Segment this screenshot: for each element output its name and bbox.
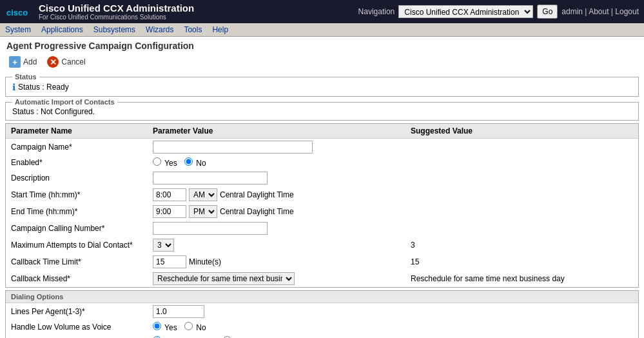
value-description xyxy=(148,170,405,186)
status-text: Status : Ready xyxy=(18,83,69,92)
go-button[interactable]: Go xyxy=(537,5,558,19)
value-low-volume: Yes No xyxy=(148,320,405,334)
description-input[interactable] xyxy=(153,172,268,184)
nav-subsystems[interactable]: Subsystems xyxy=(93,25,135,34)
form-table: Parameter Name Parameter Value Suggested… xyxy=(6,124,638,287)
about-link[interactable]: About xyxy=(589,7,609,16)
row-callback-time: Callback Time Limit* Minute(s) 15 xyxy=(6,254,638,270)
param-lines-per-agent: Lines Per Agent(1-3)* xyxy=(6,303,148,320)
cancel-button[interactable]: ✕ Cancel xyxy=(44,55,88,69)
dialing-section-title: Dialing Options xyxy=(11,293,63,301)
nav-tools[interactable]: Tools xyxy=(184,25,202,34)
campaign-name-input[interactable] xyxy=(153,141,313,154)
value-header: Parameter Value xyxy=(148,124,405,139)
value-end-time: AM PM Central Daylight Time xyxy=(148,203,405,220)
param-campaign-name: Campaign Name* xyxy=(6,139,148,156)
status-legend: Status xyxy=(12,73,39,81)
nav-system[interactable]: System xyxy=(5,25,31,34)
suggested-enabled xyxy=(405,155,638,170)
nav-dropdown[interactable]: Cisco Unified CCX Administration xyxy=(398,5,533,18)
param-enabled: Enabled* xyxy=(6,155,148,170)
suggested-header: Suggested Value xyxy=(405,124,638,139)
top-nav: System Applications Subsystems Wizards T… xyxy=(0,23,644,37)
value-campaign-name xyxy=(148,139,405,156)
start-ampm-select[interactable]: AM PM xyxy=(189,188,217,201)
enabled-yes-radio[interactable] xyxy=(153,157,161,166)
callback-missed-select[interactable]: Reschedule for same time next business d… xyxy=(153,272,295,285)
callback-time-input[interactable] xyxy=(153,255,186,268)
end-ampm-select[interactable]: AM PM xyxy=(189,205,217,218)
param-header: Parameter Name xyxy=(6,124,148,139)
nav-help[interactable]: Help xyxy=(212,25,228,34)
row-low-volume: Handle Low Volume as Voice Yes No xyxy=(6,320,638,334)
suggested-description xyxy=(405,170,638,186)
autoimport-text: Status : Not Configured. xyxy=(12,107,95,116)
autoimport-section: Automatic Import of Contacts Status : No… xyxy=(5,98,639,121)
header-title: Cisco Unified CCX Administration xyxy=(39,3,194,14)
suggested-start-time xyxy=(405,186,638,203)
enabled-yes-label: Yes xyxy=(153,159,179,168)
enabled-no-label: No xyxy=(184,159,206,168)
add-button[interactable]: + Add xyxy=(6,55,39,69)
low-volume-yes-label: Yes xyxy=(153,323,179,332)
cancel-icon: ✕ xyxy=(47,56,59,68)
value-callback-missed: Reschedule for same time next business d… xyxy=(148,270,405,287)
logo-area: cisco Cisco Unified CCX Administration F… xyxy=(5,3,194,21)
suggested-callback-missed: Reschedule for same time next business d… xyxy=(405,270,638,287)
lines-per-agent-input[interactable] xyxy=(153,305,204,318)
low-volume-no-label: No xyxy=(184,323,206,332)
cancel-label: Cancel xyxy=(61,57,85,66)
nav-applications[interactable]: Applications xyxy=(41,25,83,34)
admin-link[interactable]: admin xyxy=(561,7,583,16)
enabled-no-radio[interactable] xyxy=(184,157,193,166)
value-answering-machine: Transfer To IVR End Call Trigger* : Sele… xyxy=(148,334,405,338)
suggested-calling-number xyxy=(405,220,638,237)
add-label: Add xyxy=(23,57,37,66)
max-attempts-select[interactable]: 1 2 3 4 5 xyxy=(153,239,174,252)
row-end-time: End Time (hh:mm)* AM PM Central Daylight… xyxy=(6,203,638,220)
dialing-table: Lines Per Agent(1-3)* Handle Low Volume … xyxy=(6,303,638,338)
value-start-time: AM PM Central Daylight Time xyxy=(148,186,405,203)
row-callback-missed: Callback Missed* Reschedule for same tim… xyxy=(6,270,638,287)
status-section: Status ℹ Status : Ready xyxy=(5,73,639,97)
param-calling-number: Campaign Calling Number* xyxy=(6,220,148,237)
start-tz-label: Central Daylight Time xyxy=(220,190,294,199)
low-volume-no-radio[interactable] xyxy=(184,322,193,330)
value-calling-number xyxy=(148,220,405,237)
status-info-icon: ℹ xyxy=(12,82,15,92)
suggested-low-volume xyxy=(405,320,638,334)
value-callback-time: Minute(s) xyxy=(148,254,405,270)
low-volume-yes-radio[interactable] xyxy=(153,322,161,330)
svg-text:cisco: cisco xyxy=(6,8,28,17)
param-start-time: Start Time (hh:mm)* xyxy=(6,186,148,203)
param-callback-missed: Callback Missed* xyxy=(6,270,148,287)
value-max-attempts: 1 2 3 4 5 xyxy=(148,237,405,254)
header-right: Navigation Cisco Unified CCX Administrat… xyxy=(358,5,639,19)
header-title-block: Cisco Unified CCX Administration For Cis… xyxy=(39,3,194,21)
row-answering-machine: Answering Machine Treatment Transfer To … xyxy=(6,334,638,338)
end-time-input[interactable] xyxy=(153,205,186,218)
suggested-campaign-name xyxy=(405,139,638,156)
main-form-section: Parameter Name Parameter Value Suggested… xyxy=(5,123,639,288)
row-calling-number: Campaign Calling Number* xyxy=(6,220,638,237)
end-tz-label: Central Daylight Time xyxy=(220,207,294,216)
value-enabled: Yes No xyxy=(148,155,405,170)
page-title: Agent Progressive Campaign Configuration xyxy=(6,41,194,51)
suggested-end-time xyxy=(405,203,638,220)
calling-number-input[interactable] xyxy=(153,222,268,235)
page-title-bar: Agent Progressive Campaign Configuration xyxy=(0,37,644,52)
param-low-volume: Handle Low Volume as Voice xyxy=(6,320,148,334)
nav-label: Navigation xyxy=(358,7,395,16)
row-campaign-name: Campaign Name* xyxy=(6,139,638,156)
logout-link[interactable]: Logout xyxy=(615,7,639,16)
dialing-section: Dialing Options Lines Per Agent(1-3)* Ha… xyxy=(5,290,639,338)
add-icon: + xyxy=(9,56,21,68)
user-links: admin | About | Logout xyxy=(561,7,639,16)
autoimport-legend: Automatic Import of Contacts xyxy=(12,98,117,106)
value-lines-per-agent xyxy=(148,303,405,320)
callback-time-unit: Minute(s) xyxy=(189,257,221,266)
cisco-logo-icon: cisco xyxy=(5,3,34,21)
start-time-input[interactable] xyxy=(153,188,186,201)
nav-wizards[interactable]: Wizards xyxy=(146,25,173,34)
toolbar: + Add ✕ Cancel xyxy=(0,52,644,72)
